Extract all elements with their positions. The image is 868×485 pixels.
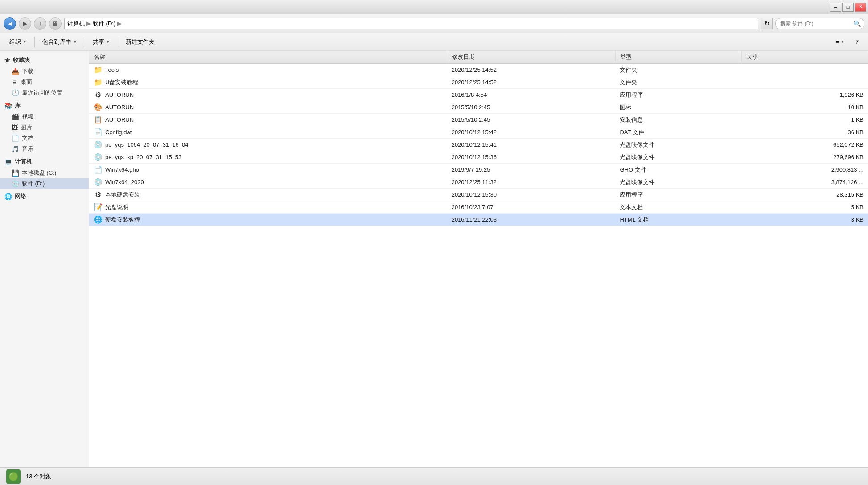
back-button[interactable]: ◀ <box>4 17 16 30</box>
library-header[interactable]: 📚 库 <box>0 100 89 111</box>
sidebar-item-local-c[interactable]: 💾 本地磁盘 (C:) <box>0 168 89 178</box>
file-name-cell[interactable]: 📄 Config.dat <box>89 126 447 139</box>
table-row[interactable]: 🎨 AUTORUN 2015/5/10 2:45 图标 10 KB <box>89 101 868 114</box>
computer-header[interactable]: 💻 计算机 <box>0 156 89 168</box>
search-icon: 🔍 <box>853 20 861 27</box>
file-name-cell[interactable]: ⚙ AUTORUN <box>89 89 447 101</box>
file-name: pe_yqs_1064_20_07_31_16_04 <box>105 141 189 148</box>
music-label: 音乐 <box>22 145 33 153</box>
file-type: 光盘映像文件 <box>615 176 741 189</box>
file-name-cell[interactable]: 💿 Win7x64_2020 <box>89 176 447 189</box>
file-name: 硬盘安装教程 <box>105 216 140 224</box>
refresh-icon: ↻ <box>765 20 769 27</box>
file-type-icon: 📋 <box>94 115 103 124</box>
include-library-button[interactable]: 包含到库中 ▼ <box>37 35 82 49</box>
file-area[interactable]: 名称 修改日期 类型 大小 📁 Tools 2020/12/25 14:52 文… <box>89 51 868 467</box>
new-folder-button[interactable]: 新建文件夹 <box>121 35 160 49</box>
close-button[interactable]: ✕ <box>855 3 866 12</box>
table-row[interactable]: 🌐 硬盘安装教程 2016/11/21 22:03 HTML 文档 3 KB <box>89 214 868 226</box>
image-icon: 🖼 <box>12 124 18 131</box>
table-row[interactable]: 📝 光盘说明 2016/10/23 7:07 文本文档 5 KB <box>89 201 868 214</box>
file-size <box>742 64 868 76</box>
sidebar-item-video[interactable]: 🎬 视频 <box>0 111 89 122</box>
col-date-header[interactable]: 修改日期 <box>447 51 616 64</box>
table-row[interactable]: 💿 Win7x64_2020 2020/12/25 11:32 光盘映像文件 3… <box>89 176 868 189</box>
col-type-header[interactable]: 类型 <box>615 51 741 64</box>
library-section: 📚 库 🎬 视频 🖼 图片 📄 文档 🎵 音乐 <box>0 100 89 154</box>
computer-icon-btn[interactable]: 🖥 <box>49 17 62 30</box>
file-type: 应用程序 <box>615 89 741 101</box>
forward-icon: ▶ <box>23 21 27 27</box>
table-row[interactable]: 📄 Win7x64.gho 2019/9/7 19:25 GHO 文件 2,90… <box>89 164 868 176</box>
breadcrumb-part2[interactable]: 软件 (D:) <box>93 20 115 28</box>
views-icon: ≡ <box>835 38 839 45</box>
table-row[interactable]: ⚙ AUTORUN 2016/1/8 4:54 应用程序 1,926 KB <box>89 89 868 101</box>
file-name: Tools <box>105 66 119 73</box>
forward-button[interactable]: ▶ <box>19 17 31 30</box>
file-name-cell[interactable]: ⚙ 本地硬盘安装 <box>89 189 447 201</box>
organize-button[interactable]: 组织 ▼ <box>4 35 32 49</box>
favorites-section: ★ 收藏夹 📥 下载 🖥 桌面 🕐 最近访问的位置 <box>0 54 89 98</box>
table-row[interactable]: 📄 Config.dat 2020/10/12 15:42 DAT 文件 36 … <box>89 126 868 139</box>
sidebar: ★ 收藏夹 📥 下载 🖥 桌面 🕐 最近访问的位置 📚 库 � <box>0 51 89 467</box>
sidebar-item-downloads[interactable]: 📥 下载 <box>0 66 89 77</box>
favorites-label: 收藏夹 <box>13 56 30 64</box>
file-name-cell[interactable]: 💿 pe_yqs_1064_20_07_31_16_04 <box>89 139 447 151</box>
file-name-cell[interactable]: 📄 Win7x64.gho <box>89 164 447 176</box>
minimize-button[interactable]: ─ <box>830 3 841 12</box>
table-row[interactable]: 📋 AUTORUN 2015/5/10 2:45 安装信息 1 KB <box>89 114 868 126</box>
table-row[interactable]: 📁 U盘安装教程 2020/12/25 14:52 文件夹 <box>89 76 868 89</box>
file-name-cell[interactable]: 📁 Tools <box>89 64 447 76</box>
network-header[interactable]: 🌐 网络 <box>0 191 89 202</box>
file-date: 2016/10/23 7:07 <box>447 201 616 214</box>
col-name-header[interactable]: 名称 <box>89 51 447 64</box>
file-name-cell[interactable]: 📋 AUTORUN <box>89 114 447 126</box>
views-button[interactable]: ≡ ▼ <box>831 35 850 49</box>
table-row[interactable]: 💿 pe_yqs_xp_20_07_31_15_53 2020/10/12 15… <box>89 151 868 164</box>
downloads-label: 下载 <box>22 67 33 75</box>
file-name-cell[interactable]: 💿 pe_yqs_xp_20_07_31_15_53 <box>89 151 447 164</box>
col-size-header[interactable]: 大小 <box>742 51 868 64</box>
share-button[interactable]: 共享 ▼ <box>88 35 115 49</box>
file-size: 5 KB <box>742 201 868 214</box>
up-button[interactable]: ↑ <box>34 17 46 30</box>
sidebar-item-music[interactable]: 🎵 音乐 <box>0 144 89 154</box>
file-type-icon: 💿 <box>94 153 103 161</box>
refresh-button[interactable]: ↻ <box>761 18 773 29</box>
sidebar-item-image[interactable]: 🖼 图片 <box>0 122 89 133</box>
file-date: 2020/12/25 14:52 <box>447 76 616 89</box>
file-size: 1,926 KB <box>742 89 868 101</box>
video-label: 视频 <box>22 113 33 121</box>
breadcrumb[interactable]: 计算机 ▶ 软件 (D:) ▶ <box>64 18 758 29</box>
sidebar-item-doc[interactable]: 📄 文档 <box>0 133 89 144</box>
recent-icon: 🕐 <box>12 89 19 96</box>
file-type: 光盘映像文件 <box>615 151 741 164</box>
file-name-cell[interactable]: 🌐 硬盘安装教程 <box>89 214 447 226</box>
file-name-cell[interactable]: 📝 光盘说明 <box>89 201 447 214</box>
file-date: 2015/5/10 2:45 <box>447 101 616 114</box>
favorites-header[interactable]: ★ 收藏夹 <box>0 54 89 66</box>
file-type-icon: ⚙ <box>94 90 103 99</box>
help-button[interactable]: ? <box>851 35 864 49</box>
table-row[interactable]: 💿 pe_yqs_1064_20_07_31_16_04 2020/10/12 … <box>89 139 868 151</box>
file-name: Win7x64.gho <box>105 166 139 173</box>
sidebar-item-desktop[interactable]: 🖥 桌面 <box>0 77 89 87</box>
breadcrumb-part1[interactable]: 计算机 <box>67 20 85 28</box>
status-app-icon: 🟢 <box>6 469 21 484</box>
maximize-button[interactable]: □ <box>842 3 854 12</box>
image-label: 图片 <box>21 123 32 132</box>
toolbar: 组织 ▼ 包含到库中 ▼ 共享 ▼ 新建文件夹 ≡ ▼ ? <box>0 33 868 51</box>
file-date: 2020/10/12 15:41 <box>447 139 616 151</box>
file-name: 光盘说明 <box>105 203 128 211</box>
table-row[interactable]: 📁 Tools 2020/12/25 14:52 文件夹 <box>89 64 868 76</box>
file-date: 2020/10/12 15:42 <box>447 126 616 139</box>
file-name: pe_yqs_xp_20_07_31_15_53 <box>105 154 181 160</box>
table-row[interactable]: ⚙ 本地硬盘安装 2020/10/12 15:30 应用程序 28,315 KB <box>89 189 868 201</box>
file-name-cell[interactable]: 📁 U盘安装教程 <box>89 76 447 89</box>
search-input[interactable] <box>775 18 864 29</box>
toolbar-separator-2 <box>85 37 85 47</box>
doc-label: 文档 <box>22 134 33 142</box>
sidebar-item-software-d[interactable]: 💿 软件 (D:) <box>0 178 89 189</box>
file-name-cell[interactable]: 🎨 AUTORUN <box>89 101 447 114</box>
sidebar-item-recent[interactable]: 🕐 最近访问的位置 <box>0 87 89 98</box>
